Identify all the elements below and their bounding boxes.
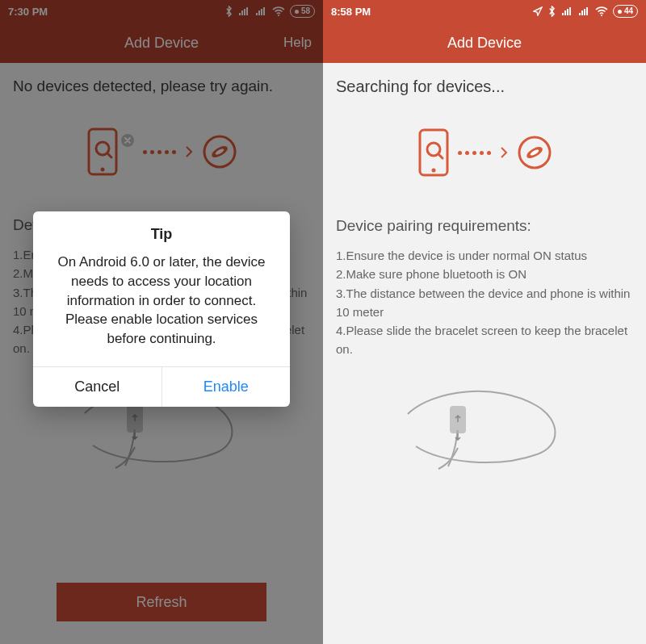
app-header: Add Device	[323, 23, 646, 63]
connection-dots	[458, 151, 491, 155]
battery-level: 44	[624, 6, 633, 17]
dialog-body: On Android 6.0 or later, the device need…	[33, 248, 290, 366]
requirement-item: 4.Please slide the bracelet screen to ke…	[336, 321, 633, 359]
bluetooth-icon	[547, 6, 556, 17]
svg-point-10	[601, 15, 602, 16]
status-time: 8:58 PM	[331, 6, 371, 18]
right-header-block: 8:58 PM 44 Add Device	[323, 0, 646, 63]
bracelet-icon	[517, 135, 552, 170]
svg-line-14	[438, 154, 443, 158]
signal-icon-2	[578, 6, 590, 16]
cancel-button[interactable]: Cancel	[33, 367, 162, 407]
right-screenshot: 8:58 PM 44 Add Device Searching for devi…	[323, 0, 646, 644]
phone-icon	[417, 128, 450, 177]
wifi-icon	[595, 6, 608, 16]
chevron-right-icon	[499, 146, 509, 159]
left-screenshot: 7:30 PM 58 Add Device Help No devices de…	[0, 0, 323, 644]
page-title: Add Device	[447, 35, 522, 52]
status-bar: 8:58 PM 44	[323, 0, 646, 23]
signal-icon-1	[561, 6, 573, 16]
pairing-graphic	[336, 128, 633, 177]
dialog-title: Tip	[33, 211, 290, 248]
tip-dialog: Tip On Android 6.0 or later, the device …	[33, 211, 290, 407]
status-icons: 44	[533, 5, 638, 18]
wrist-illustration	[336, 374, 633, 470]
enable-button[interactable]: Enable	[162, 367, 291, 407]
requirements-list: 1.Ensure the device is under normal ON s…	[336, 246, 633, 359]
right-content: Searching for devices...	[323, 63, 646, 485]
location-icon	[533, 6, 543, 16]
search-status: Searching for devices...	[336, 77, 633, 96]
requirement-item: 2.Make sure phone bluetooth is ON	[336, 265, 633, 283]
requirement-item: 3.The distance between the device and ph…	[336, 284, 633, 322]
svg-point-12	[431, 169, 435, 173]
dialog-actions: Cancel Enable	[33, 366, 290, 407]
requirement-item: 1.Ensure the device is under normal ON s…	[336, 246, 633, 265]
battery-indicator: 44	[613, 5, 638, 18]
requirements-title: Device pairing requirements:	[336, 217, 633, 235]
